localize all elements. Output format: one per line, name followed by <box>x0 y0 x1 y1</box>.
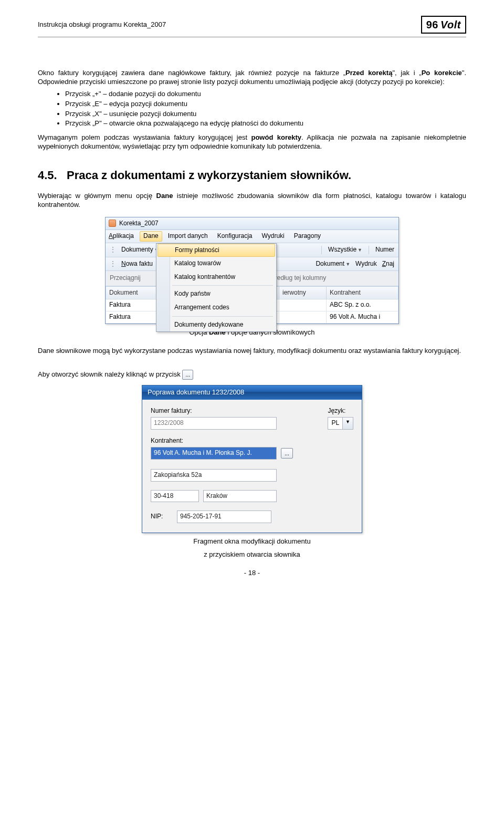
chevron-down-icon[interactable]: ▼ <box>342 418 353 429</box>
dane-dropdown: Formy płatności Katalog towarów Katalog … <box>156 243 277 332</box>
menu-katalog-towarow[interactable]: Katalog towarów <box>156 257 276 270</box>
menu-wydruki[interactable]: Wydruki <box>262 232 285 241</box>
section-heading: 4.5. Praca z dokumentami z wykorzystanie… <box>38 168 466 183</box>
brand-logo: 96 Volt <box>421 16 466 34</box>
btn-znajdz[interactable]: Znaj <box>382 260 394 268</box>
label-nip: NIP: <box>151 513 173 521</box>
input-nip[interactable]: 945-205-17-91 <box>177 511 271 523</box>
page-header: Instrukcja obsługi programu Korekta_2007… <box>38 16 466 37</box>
app-screenshot: Korekta_2007 Aplikacja Dane Import danyc… <box>105 217 399 324</box>
label-jezyk: Język: <box>328 407 353 415</box>
menu-dokumenty-dedykowane[interactable]: Dokumenty dedykowane <box>156 318 276 332</box>
input-ulica[interactable]: Zakopiańska 52a <box>151 469 277 482</box>
paragraph-required: Wymaganym polem podczas wystawiania fakt… <box>38 133 466 151</box>
btn-dokument[interactable]: Dokument▼ <box>316 260 350 268</box>
caption-screenshot-2b: z przyciskiem otwarcia słownika <box>38 550 466 559</box>
col-kontrahent[interactable]: Kontrahent <box>327 286 398 299</box>
input-numer-faktury[interactable]: 1232/2008 <box>151 417 277 430</box>
caption-screenshot-2a: Fragment okna modyfikacji dokumentu <box>38 537 466 546</box>
ellipsis-button[interactable]: ... <box>281 448 293 459</box>
button-list: Przycisk „+" – dodanie pozycji do dokume… <box>38 90 466 129</box>
toolbar-sep-icon: ⋮ <box>110 260 116 268</box>
label-numer: Numer faktury: <box>151 407 312 415</box>
menu-formy-platnosci[interactable]: Formy płatności <box>158 244 275 257</box>
col-pierwotny[interactable]: ierwotny <box>279 286 327 299</box>
list-item: Przycisk „+" – dodanie pozycji do dokume… <box>65 90 466 99</box>
paragraph-dane-menu: Wybierając w głównym menu opcję Dane ist… <box>38 192 466 210</box>
list-item: Przycisk „X" – usunięcie pozycji dokumen… <box>65 110 466 119</box>
input-miasto[interactable]: Kraków <box>203 490 277 503</box>
input-kontrahent[interactable]: 96 Volt A. Mucha i M. Płonka Sp. J. <box>151 447 277 460</box>
logo-text: Volt <box>440 18 461 32</box>
toolbar-numer: Numer <box>375 246 394 254</box>
ellipsis-button-inline[interactable]: ... <box>182 370 193 379</box>
toolbar-dokumenty[interactable]: Dokumenty▼ <box>121 246 159 254</box>
toolbar-sep-icon: ⋮ <box>110 246 116 254</box>
toolbar-wszystkie[interactable]: Wszystkie▼ <box>328 246 362 254</box>
menubar: Aplikacja Dane Import danych Konfiguracj… <box>106 230 398 243</box>
section-title: Praca z dokumentami z wykorzystaniem sło… <box>67 169 351 182</box>
label-kontrahent: Kontrahent: <box>151 437 353 445</box>
menu-konfiguracja[interactable]: Konfiguracja <box>217 232 253 241</box>
header-title: Instrukcja obsługi programu Korekta_2007 <box>38 20 166 29</box>
combo-jezyk[interactable]: PL ▼ <box>328 417 353 430</box>
menu-import[interactable]: Import danych <box>168 232 208 241</box>
list-item: Przycisk „E" – edycja pozycji dokumentu <box>65 100 466 109</box>
menu-katalog-kontrahentow[interactable]: Katalog kontrahentów <box>156 270 276 284</box>
menu-kody-panstw[interactable]: Kody państw <box>156 287 276 301</box>
edit-document-dialog: Poprawa dokumentu 1232/2008 Numer faktur… <box>142 385 362 533</box>
menu-arrangement-codes[interactable]: Arrangement codes <box>156 301 276 315</box>
menu-dane[interactable]: Dane <box>140 231 162 242</box>
logo-number: 96 <box>426 18 438 32</box>
paragraph-slowniki: Dane słownikowe mogą być wykorzystane po… <box>38 347 466 356</box>
input-kod[interactable]: 30-418 <box>151 490 199 503</box>
menu-aplikacja[interactable]: Aplikacja <box>109 232 134 241</box>
paragraph-open-dict: Aby otworzyć słownik należy kliknąć w pr… <box>38 370 466 379</box>
window-title: Korekta_2007 <box>119 220 159 228</box>
btn-nowa-faktura[interactable]: Nowa faktu <box>121 260 153 268</box>
paragraph-intro: Okno faktury korygującej zawiera dane na… <box>38 69 466 87</box>
section-number: 4.5. <box>38 169 57 182</box>
btn-wydruk[interactable]: Wydruk <box>355 260 377 268</box>
list-item: Przycisk „P" – otwarcie okna pozwalające… <box>65 119 466 128</box>
page-number: - 18 - <box>38 569 466 578</box>
dialog-title: Poprawa dokumentu 1232/2008 <box>142 386 362 400</box>
menu-paragony[interactable]: Paragony <box>294 232 321 241</box>
app-icon <box>109 220 116 227</box>
titlebar: Korekta_2007 <box>106 217 398 231</box>
